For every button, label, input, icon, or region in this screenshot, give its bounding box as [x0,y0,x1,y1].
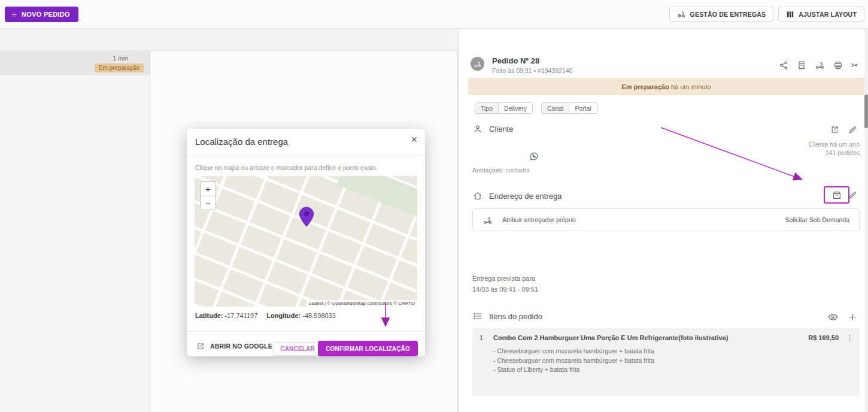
edit-client-icon[interactable] [848,125,857,134]
item-qty: 1 [479,334,493,341]
status-time: há um minuto [669,83,711,90]
card-status-badge: Em preparação [95,63,144,72]
edit-address-icon[interactable] [848,190,857,199]
item-subitem: - Statue of Liberty + batata frita [493,365,854,375]
whatsapp-button[interactable] [529,152,539,161]
modal-title: Localização da entrega [195,137,288,147]
map-zoom-control: + − [200,181,216,210]
screen: NOVO PEDIDO GESTÃO DE ENTREGAS AJUSTAR L… [0,0,868,412]
kanban-column-1: 1 min Em preparação [0,50,150,412]
delivery-management-button[interactable]: GESTÃO DE ENTREGAS [669,7,774,22]
eye-icon[interactable] [828,312,838,322]
order-meta: Feito às 09:31 • #194392140 [492,67,572,74]
map-marker-icon[interactable] [299,207,314,227]
map[interactable]: + − Leaflet | © OpenStreetMap contributo… [195,176,417,307]
item-head: 1 Combo Com 2 Hamburguer Uma Porção E Um… [472,328,860,342]
client-notes: Anotações: contador [472,166,530,174]
home-icon [473,191,482,201]
tag-channel-value: Portal [569,103,596,113]
tag-type-label: Tipo [475,103,499,113]
client-actions [830,125,857,134]
tag-type: Tipo Delivery [475,102,533,114]
kanban-order-card[interactable]: 1 min Em preparação [0,51,150,75]
delivery-management-label: GESTÃO DE ENTREGAS [690,11,766,18]
item-subitems: - Cheeseburguer com mozarela hambúrguer … [472,342,860,375]
client-section-header: Cliente [473,124,513,134]
item-subitem: - Cheeseburguer com mozarela hambúrguer … [493,356,854,366]
modal-footer: ABRIR NO GOOGLE MAPS CANCELAR CONFIRMAR … [187,331,425,356]
items-actions [828,312,857,322]
items-section-title: Itens do pedido [489,312,542,321]
tag-type-value: Delivery [499,103,532,113]
map-attribution: Leaflet | © OpenStreetMap contributors ©… [306,300,417,307]
external-link-icon[interactable] [830,125,839,134]
adjust-layout-button[interactable]: AJUSTAR LAYOUT [778,7,864,22]
topbar-right-group: GESTÃO DE ENTREGAS AJUSTAR LAYOUT [669,7,864,22]
print-icon[interactable] [833,60,843,70]
new-order-button[interactable]: NOVO PEDIDO [5,7,78,22]
request-on-demand-button[interactable]: Solicitar Sob Demanda [785,216,849,223]
modal-header: Localização da entrega × [187,129,425,155]
delivery-forecast-value: 14/03 às 09:41 - 09:51 [472,286,538,293]
modal-hint: Clique no mapa ou arraste o marcador par… [195,164,378,171]
delivery-forecast-label: Entrega prevista para [472,275,535,282]
tag-channel: Canal Portal [541,102,597,114]
item-price: R$ 169,50 [808,334,839,341]
person-icon [473,124,482,134]
tag-channel-label: Canal [542,103,569,113]
order-status-bar: Em preparação há um minuto [468,78,864,95]
address-section-title: Endereço de entrega [489,192,562,201]
motorcycle-icon [474,60,482,68]
order-tags: Tipo Delivery Canal Portal [475,102,597,114]
assign-courier-row: Atribuir entregador próprio Solicitar So… [472,208,860,231]
zoom-in-button[interactable]: + [201,182,216,196]
item-subitem: - Cheeseburguer com mozarela hambúrguer … [493,347,854,356]
scissors-icon[interactable]: ✂ [851,61,858,69]
whatsapp-icon [529,152,539,161]
client-since: Cliente há um ano [809,140,860,149]
coordinates-row: Latitude: -17.741197Longitude: -48.59803… [195,312,336,319]
assign-courier-button[interactable]: Atribuir entregador próprio [482,215,576,225]
latitude-label: Latitude: [195,312,223,319]
delivery-location-button[interactable] [824,186,849,204]
assign-courier-label: Atribuir entregador próprio [502,216,576,223]
topbar: NOVO PEDIDO GESTÃO DE ENTREGAS AJUSTAR L… [0,0,868,29]
client-meta: Cliente há um ano 141 pedidos [809,140,860,157]
scrollbar-track [864,29,868,412]
order-avatar [471,57,484,71]
order-item[interactable]: 1 Combo Com 2 Hamburguer Uma Porção E Um… [472,328,860,396]
cancel-button[interactable]: CANCELAR [273,342,322,356]
longitude-label: Longitude: [266,312,301,319]
plus-icon [11,11,17,18]
latitude-value: -17.741197 [223,312,257,319]
item-name: Combo Com 2 Hamburguer Uma Porção E Um R… [493,334,808,341]
motorcycle-icon [482,215,493,225]
client-section-title: Cliente [489,125,513,134]
zoom-out-button[interactable]: − [201,196,216,210]
item-menu-icon[interactable]: ⋮ [846,334,854,342]
new-order-label: NOVO PEDIDO [22,11,70,18]
close-icon[interactable]: × [411,134,417,145]
status-text: Em preparação [621,83,669,90]
motorcycle-icon [677,10,686,19]
courier-icon[interactable] [815,60,825,70]
notes-label: Anotações: [472,166,504,174]
notes-value: contador [504,166,530,174]
receipt-icon[interactable] [797,60,806,70]
order-header-actions: ✂ [779,60,858,70]
delivery-location-modal: Localização da entrega × Clique no mapa … [187,129,425,356]
external-link-icon [196,342,205,350]
confirm-location-button[interactable]: CONFIRMAR LOCALIZAÇÃO [318,341,418,356]
package-icon [832,190,842,200]
list-icon [473,311,482,321]
columns-icon [786,10,794,19]
share-icon[interactable] [779,60,788,70]
add-item-icon[interactable] [848,313,857,322]
order-title: Pedido Nº 28 [492,56,539,65]
longitude-value: -48.598033 [301,312,336,319]
scrollbar-thumb[interactable] [864,95,868,128]
items-section-header: Itens do pedido [473,311,542,321]
client-orders-count: 141 pedidos [809,149,860,157]
address-section-header: Endereço de entrega [473,191,562,201]
adjust-layout-label: AJUSTAR LAYOUT [799,11,857,18]
